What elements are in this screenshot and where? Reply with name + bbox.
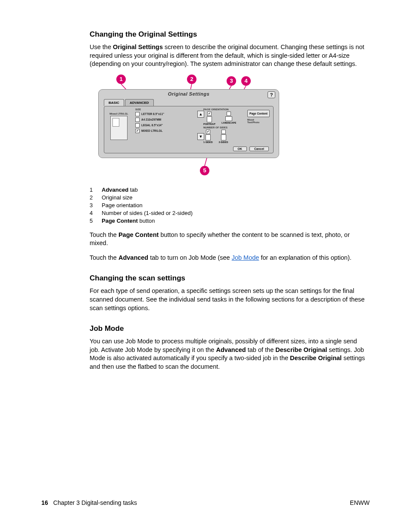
device-title: Original Settings	[99, 91, 279, 96]
size-label: A4 210x297MM	[141, 118, 161, 121]
chapter-label: Chapter 3 Digital-sending tasks	[53, 499, 137, 506]
legend-row: 2Original size	[90, 194, 365, 201]
callout-legend: 1Advanced tab 2Original size 3Page orien…	[90, 187, 365, 224]
legend-text: Page orientation	[102, 202, 143, 208]
one-sided-icon	[206, 134, 211, 140]
cancel-button[interactable]: Cancel	[249, 146, 269, 151]
page-content-area: Page Content Mixed Text/Photo	[247, 110, 270, 124]
legend-text: Advanced tab	[102, 187, 138, 193]
checkbox-checked-icon	[206, 130, 210, 134]
opt-label: PORTRAIT	[203, 123, 215, 125]
size-option[interactable]: A4 210x297MM	[135, 118, 196, 122]
content-column: Changing the Original Settings Use the O…	[90, 30, 365, 371]
text-bold: Describe Original	[275, 346, 327, 353]
tabs: BASIC ADVANCED	[104, 99, 154, 106]
checkbox-icon	[227, 112, 231, 116]
document-page: Changing the Original Settings Use the O…	[0, 0, 411, 532]
para-original-settings-intro: Use the Original Settings screen to desc…	[90, 43, 365, 68]
size-label: MIXED LTR/LGL	[141, 129, 162, 132]
legend-text: Original size	[102, 194, 133, 201]
text: for an explanation of this option).	[259, 254, 351, 261]
section-original-settings: Changing the Original Settings Use the O…	[90, 30, 365, 262]
size-group-label: SIZE	[135, 108, 196, 111]
legend-bold: Page Content	[102, 218, 138, 224]
para-advanced-tab: Touch the Advanced tab to turn on Job Mo…	[90, 254, 365, 262]
preview-label: Mixed LTR/LGL	[107, 112, 131, 115]
textphoto-label: Text/Photo	[247, 121, 270, 124]
tab-basic[interactable]: BASIC	[104, 99, 124, 106]
text: Touch the	[90, 231, 118, 238]
legend-num: 5	[90, 218, 94, 224]
size-label: LEGAL 8.5"x14"	[141, 124, 163, 127]
legend-num: 3	[90, 202, 94, 208]
legend-row: 1Advanced tab	[90, 187, 365, 193]
section-scan-settings: Changing the scan settings For each type…	[90, 274, 365, 312]
orientation-group: PAGE ORIENTATION PORTRAIT LANDSCAPE	[203, 108, 250, 125]
text: Touch the	[90, 254, 118, 261]
checkbox-icon	[135, 118, 140, 122]
preview-area: Mixed LTR/LGL	[107, 112, 131, 140]
size-group: SIZE LETTER 8.5"x11" A4 210x297MM LEGAL …	[135, 108, 196, 134]
ok-button[interactable]: OK	[233, 146, 247, 151]
orientation-label: PAGE ORIENTATION	[203, 108, 250, 111]
sides-label: NUMBER OF SIDES	[203, 126, 250, 129]
text-bold: Advanced	[216, 346, 246, 353]
legend-rest: tab	[128, 187, 138, 193]
page-number: 16	[41, 499, 48, 506]
size-label: LETTER 8.5"x11"	[141, 112, 164, 115]
text-bold: Advanced	[118, 254, 148, 261]
text: Use the	[90, 44, 113, 50]
para-job-mode: You can use Job Mode to process multiple…	[90, 337, 365, 371]
legend-num: 4	[90, 210, 94, 216]
preview-thumbnail	[110, 116, 128, 140]
landscape-icon	[225, 116, 232, 121]
orientation-landscape[interactable]: LANDSCAPE	[221, 112, 236, 125]
page-content-button[interactable]: Page Content	[247, 110, 270, 117]
orientation-portrait[interactable]: PORTRAIT	[203, 112, 215, 125]
legend-rest: Number of sides (1-sided or 2-sided)	[102, 210, 193, 216]
legend-text: Page Content button	[102, 218, 155, 224]
size-option[interactable]: MIXED LTR/LGL	[135, 129, 196, 133]
opt-label: 1-SIDED	[203, 141, 213, 143]
link-job-mode[interactable]: Job Mode	[232, 254, 259, 261]
size-option[interactable]: LETTER 8.5"x11"	[135, 112, 196, 116]
text-bold: Original Settings	[113, 44, 163, 50]
tab-advanced[interactable]: ADVANCED	[125, 99, 154, 106]
footer-right: ENWW	[350, 499, 370, 506]
sides-2[interactable]: 2-SIDED	[219, 130, 228, 143]
two-sided-icon	[221, 134, 226, 140]
para-scan-settings: For each type of send operation, a speci…	[90, 287, 365, 312]
legend-bold: Advanced	[102, 187, 128, 193]
checkbox-icon	[135, 123, 140, 128]
checkbox-checked-icon	[207, 112, 212, 116]
text-bold: Page Content	[118, 231, 159, 238]
legend-row: 5Page Content button	[90, 218, 365, 224]
size-option[interactable]: LEGAL 8.5"x14"	[135, 123, 196, 128]
help-button[interactable]: ?	[268, 91, 275, 98]
legend-row: 4Number of sides (1-sided or 2-sided)	[90, 210, 365, 216]
legend-rest: button	[138, 218, 155, 224]
legend-text: Number of sides (1-sided or 2-sided)	[102, 210, 193, 216]
legend-row: 3Page orientation	[90, 202, 365, 208]
portrait-icon	[207, 116, 212, 122]
sides-1[interactable]: 1-SIDED	[203, 130, 213, 143]
footer-left: 16Chapter 3 Digital-sending tasks	[41, 499, 137, 506]
heading-scan-settings: Changing the scan settings	[90, 274, 365, 283]
heading-job-mode: Job Mode	[90, 324, 365, 333]
heading-original-settings: Changing the Original Settings	[90, 30, 365, 39]
device-screenshot: Original Settings ? BASIC ADVANCED Mixed…	[98, 89, 279, 158]
text: tab to turn on Job Mode (see	[148, 254, 231, 261]
opt-label: LANDSCAPE	[221, 121, 236, 124]
checkbox-checked-icon	[135, 129, 140, 133]
sides-group: NUMBER OF SIDES 1-SIDED 2-SIDED	[203, 126, 250, 143]
legend-num: 1	[90, 187, 94, 193]
text-bold: Describe Original	[290, 355, 342, 361]
section-job-mode: Job Mode You can use Job Mode to process…	[90, 324, 365, 371]
figure-original-settings: 1 2 3 4 5 Original Settings ?	[90, 75, 279, 182]
checkbox-icon	[221, 130, 226, 134]
opt-label: 2-SIDED	[219, 141, 228, 143]
ok-cancel-bar: OK Cancel	[233, 146, 269, 151]
legend-rest: Original size	[102, 194, 133, 201]
page-footer: 16Chapter 3 Digital-sending tasks ENWW	[41, 499, 370, 506]
text: tab of the	[246, 346, 276, 353]
